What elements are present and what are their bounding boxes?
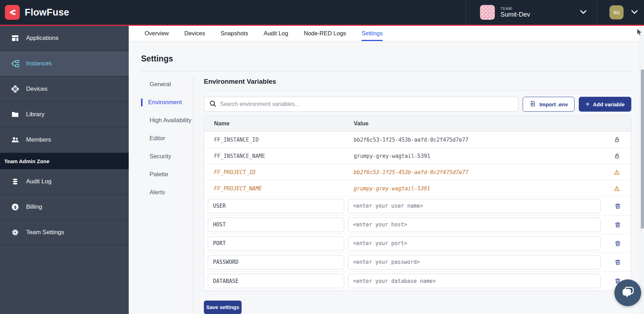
settings-nav-editor[interactable]: Editor [141, 135, 193, 142]
chat-widget-button[interactable] [614, 279, 641, 306]
search-input[interactable] [220, 101, 513, 107]
sidebar-item-team-settings[interactable]: Team Settings [0, 220, 129, 245]
brand-logo[interactable]: FlowFuse [0, 5, 69, 20]
sidebar: Applications Instances Devices Library M… [0, 26, 129, 314]
env-var-value-input[interactable] [348, 274, 601, 288]
env-var-name: FF_INSTANCE_ID [204, 137, 344, 143]
sidebar-item-label: Members [26, 136, 51, 143]
settings-nav-environment[interactable]: Environment [141, 99, 193, 106]
env-var-name-input[interactable] [208, 199, 344, 213]
brand-name: FlowFuse [25, 7, 69, 18]
section-divider [204, 90, 631, 91]
env-var-name: FF_PROJECT_NAME [204, 185, 344, 192]
env-var-name-input[interactable] [208, 236, 344, 251]
sidebar-item-instances[interactable]: Instances [0, 51, 129, 77]
search-box [204, 97, 518, 112]
add-variable-button[interactable]: + Add variable [579, 97, 631, 112]
sidebar-item-devices[interactable]: Devices [0, 77, 129, 102]
table-header: Name Value [204, 116, 631, 132]
env-var-value: bb2f6c53-1f25-453b-aafd-0c2f475d7e77 [344, 137, 603, 143]
trash-icon[interactable] [604, 203, 631, 209]
environment-panel: Environment Variables Import .env [204, 76, 631, 314]
env-var-value: grumpy-grey-wagtail-5391 [344, 185, 603, 192]
table-row: FF_INSTANCE_ID bb2f6c53-1f25-453b-aafd-0… [204, 132, 631, 148]
sidebar-item-label: Team Settings [26, 229, 64, 236]
tab-audit-log[interactable]: Audit Log [263, 26, 288, 41]
scrollbar-thumb[interactable] [641, 70, 644, 229]
sidebar-section-team-admin-zone: Team Admin Zone [0, 153, 129, 169]
sidebar-item-label: Devices [26, 85, 47, 93]
settings-nav-high-availability[interactable]: High Availability [141, 117, 193, 124]
chevron-down-icon [631, 9, 638, 16]
env-var-value: grumpy-grey-wagtail-5391 [344, 153, 603, 159]
warning-icon [603, 185, 631, 192]
chevron-down-icon [580, 9, 587, 16]
flowfuse-logo-icon [5, 5, 20, 20]
settings-nav-palette[interactable]: Palette [141, 171, 193, 178]
chip-icon [11, 84, 20, 94]
header-accent-line [0, 25, 644, 26]
env-var-value-input[interactable] [348, 236, 601, 251]
warning-icon [603, 169, 631, 176]
sidebar-item-audit-log[interactable]: Audit Log [0, 169, 129, 195]
tab-snapshots[interactable]: Snapshots [220, 26, 248, 41]
table-row: FF_PROJECT_NAME grumpy-grey-wagtail-5391 [204, 180, 631, 197]
import-env-button[interactable]: Import .env [523, 97, 575, 112]
settings-nav-alerts[interactable]: Alerts [141, 189, 193, 196]
env-var-value-input[interactable] [348, 218, 601, 232]
sidebar-item-library[interactable]: Library [0, 102, 129, 128]
env-var-name-input[interactable] [208, 255, 344, 269]
env-var-name-input[interactable] [208, 274, 344, 288]
sidebar-item-label: Audit Log [26, 178, 51, 185]
title-divider [141, 71, 631, 71]
tab-overview[interactable]: Overview [145, 26, 169, 41]
team-switcher[interactable]: TEAM: Sumit-Dev [466, 0, 596, 25]
sidebar-item-members[interactable]: Members [0, 128, 129, 153]
column-header-value: Value [344, 120, 603, 127]
env-var-value-input[interactable] [348, 255, 601, 269]
table-row: FF_INSTANCE_NAME grumpy-grey-wagtail-539… [204, 148, 631, 164]
lock-icon [603, 153, 631, 159]
team-avatar [480, 5, 495, 20]
env-var-value-input[interactable] [348, 199, 601, 213]
svg-text:$: $ [13, 205, 17, 210]
table-row [204, 234, 631, 253]
env-var-value: bb2f6c53-1f25-453b-aafd-0c2f475d7e77 [344, 169, 603, 176]
team-name: Sumit-Dev [500, 11, 530, 18]
users-icon [11, 135, 20, 144]
settings-subnav: General Environment High Availability Ed… [141, 76, 193, 314]
settings-nav-general[interactable]: General [141, 81, 193, 88]
sidebar-item-label: Library [26, 111, 44, 118]
tab-devices[interactable]: Devices [184, 26, 205, 41]
trash-icon[interactable] [604, 221, 631, 228]
trash-icon[interactable] [604, 259, 631, 266]
settings-nav-security[interactable]: Security [141, 153, 193, 160]
sidebar-item-label: Instances [26, 60, 52, 67]
tab-settings[interactable]: Settings [362, 26, 383, 41]
app-header: FlowFuse TEAM: Sumit-Dev su [0, 0, 644, 25]
env-variables-table: Name Value FF_INSTANCE_ID bb2f6c53-1f25-… [204, 115, 631, 291]
sidebar-item-applications[interactable]: Applications [0, 26, 129, 51]
save-settings-button[interactable]: Save settings [204, 301, 242, 314]
gear-icon [11, 228, 20, 237]
table-row: FF_PROJECT_ID bb2f6c53-1f25-453b-aafd-0c… [204, 164, 631, 180]
env-var-name-input[interactable] [208, 218, 344, 232]
lock-icon [603, 137, 631, 143]
import-env-label: Import .env [539, 101, 568, 107]
table-row [204, 215, 631, 234]
team-label: TEAM: [500, 6, 530, 11]
search-icon [209, 100, 217, 109]
trash-icon[interactable] [604, 240, 631, 247]
user-menu[interactable]: su [597, 0, 644, 25]
scrollbar-track[interactable] [640, 26, 644, 314]
sidebar-item-label: Applications [26, 35, 59, 42]
tab-node-red-logs[interactable]: Node-RED Logs [304, 26, 346, 41]
mouse-cursor [637, 29, 643, 37]
plus-icon: + [585, 101, 590, 108]
folder-icon [11, 110, 20, 119]
sidebar-item-label: Billing [26, 203, 42, 211]
table-row [204, 197, 631, 215]
main-area: Overview Devices Snapshots Audit Log Nod… [129, 26, 640, 314]
dollar-circle-icon: $ [11, 202, 20, 212]
sidebar-item-billing[interactable]: $ Billing [0, 195, 129, 220]
